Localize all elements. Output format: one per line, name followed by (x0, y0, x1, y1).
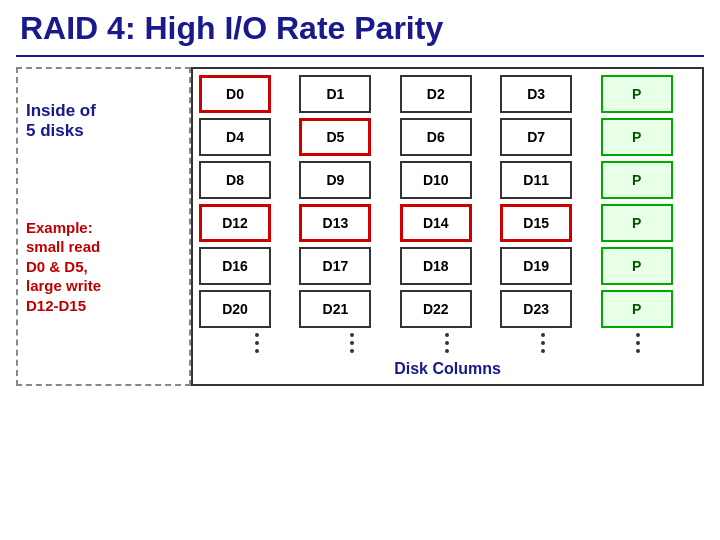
dot (350, 333, 354, 337)
cell-p5: P (601, 290, 673, 328)
dot (445, 349, 449, 353)
cell-d15: D15 (500, 204, 572, 242)
cell-d14: D14 (400, 204, 472, 242)
grid-wrapper: IncreasingLogicalDiskAddress ↓ D0 D1 D2 … (191, 67, 704, 386)
dot (636, 341, 640, 345)
cell-d22: D22 (400, 290, 472, 328)
dot (636, 349, 640, 353)
page-title: RAID 4: High I/O Rate Parity (16, 10, 704, 47)
example-label: Example:small readD0 & D5,large writeD12… (26, 218, 181, 316)
dot (255, 341, 259, 345)
cell-d16: D16 (199, 247, 271, 285)
cell-p2: P (601, 161, 673, 199)
cell-d3: D3 (500, 75, 572, 113)
dot (636, 333, 640, 337)
dots-row (199, 328, 696, 354)
dot (445, 341, 449, 345)
cell-d0: D0 (199, 75, 271, 113)
cell-d12: D12 (199, 204, 271, 242)
cell-d18: D18 (400, 247, 472, 285)
dot (541, 333, 545, 337)
cell-d4: D4 (199, 118, 271, 156)
cell-d20: D20 (199, 290, 271, 328)
grid-area: D0 D1 D2 D3 P D4 D5 D6 D7 P D8 D9 D10 D1… (191, 67, 704, 386)
dot (255, 333, 259, 337)
cell-d2: D2 (400, 75, 472, 113)
cell-p1: P (601, 118, 673, 156)
dot (255, 349, 259, 353)
cell-d5: D5 (299, 118, 371, 156)
cell-d13: D13 (299, 204, 371, 242)
dot (541, 341, 545, 345)
disk-grid: D0 D1 D2 D3 P D4 D5 D6 D7 P D8 D9 D10 D1… (199, 75, 696, 328)
cell-d6: D6 (400, 118, 472, 156)
cell-d23: D23 (500, 290, 572, 328)
cell-p0: P (601, 75, 673, 113)
cell-p3: P Stripe (601, 204, 673, 242)
page: RAID 4: High I/O Rate Parity Inside of5 … (0, 0, 720, 540)
cell-d21: D21 (299, 290, 371, 328)
cell-d8: D8 (199, 161, 271, 199)
main-content: Inside of5 disks Example:small readD0 & … (16, 67, 704, 386)
cell-d7: D7 (500, 118, 572, 156)
disk-columns-label: Disk Columns (199, 360, 696, 378)
cell-p4: P (601, 247, 673, 285)
cell-d17: D17 (299, 247, 371, 285)
cell-d19: D19 (500, 247, 572, 285)
cell-d11: D11 (500, 161, 572, 199)
dot (350, 341, 354, 345)
title-underline (16, 55, 704, 57)
left-panel: Inside of5 disks Example:small readD0 & … (16, 67, 191, 386)
inside-label: Inside of5 disks (26, 101, 181, 142)
dot (541, 349, 545, 353)
dot (350, 349, 354, 353)
cell-d10: D10 (400, 161, 472, 199)
cell-d1: D1 (299, 75, 371, 113)
cell-d9: D9 (299, 161, 371, 199)
dot (445, 333, 449, 337)
